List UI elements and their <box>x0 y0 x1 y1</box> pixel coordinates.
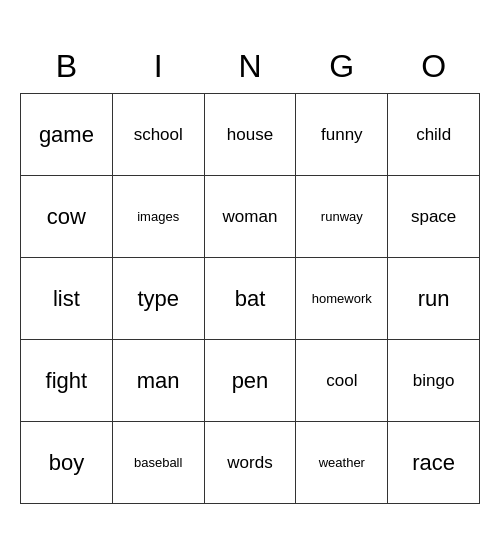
bingo-cell-4-0: boy <box>21 422 113 504</box>
bingo-cell-0-2: house <box>204 94 296 176</box>
bingo-cell-0-4: child <box>388 94 480 176</box>
bingo-cell-1-4: space <box>388 176 480 258</box>
bingo-cell-3-2: pen <box>204 340 296 422</box>
bingo-cell-0-1: school <box>112 94 204 176</box>
header-letter-o: O <box>388 40 480 94</box>
bingo-cell-2-0: list <box>21 258 113 340</box>
bingo-cell-4-4: race <box>388 422 480 504</box>
bingo-cell-2-2: bat <box>204 258 296 340</box>
bingo-row-2: listtypebathomeworkrun <box>21 258 480 340</box>
bingo-card: BINGO gameschoolhousefunnychildcowimages… <box>20 40 480 504</box>
bingo-row-3: fightmanpencoolbingo <box>21 340 480 422</box>
header-letter-b: B <box>21 40 113 94</box>
bingo-cell-4-3: weather <box>296 422 388 504</box>
bingo-cell-2-4: run <box>388 258 480 340</box>
bingo-cell-3-3: cool <box>296 340 388 422</box>
bingo-cell-3-4: bingo <box>388 340 480 422</box>
bingo-cell-0-0: game <box>21 94 113 176</box>
bingo-cell-1-2: woman <box>204 176 296 258</box>
bingo-row-1: cowimageswomanrunwayspace <box>21 176 480 258</box>
bingo-cell-3-1: man <box>112 340 204 422</box>
bingo-cell-0-3: funny <box>296 94 388 176</box>
header-letter-n: N <box>204 40 296 94</box>
bingo-cell-2-3: homework <box>296 258 388 340</box>
header-letter-g: G <box>296 40 388 94</box>
bingo-cell-1-1: images <box>112 176 204 258</box>
bingo-cell-2-1: type <box>112 258 204 340</box>
bingo-row-4: boybaseballwordsweatherrace <box>21 422 480 504</box>
bingo-header-row: BINGO <box>21 40 480 94</box>
bingo-cell-4-1: baseball <box>112 422 204 504</box>
bingo-cell-3-0: fight <box>21 340 113 422</box>
bingo-cell-1-0: cow <box>21 176 113 258</box>
bingo-row-0: gameschoolhousefunnychild <box>21 94 480 176</box>
bingo-cell-1-3: runway <box>296 176 388 258</box>
bingo-cell-4-2: words <box>204 422 296 504</box>
header-letter-i: I <box>112 40 204 94</box>
